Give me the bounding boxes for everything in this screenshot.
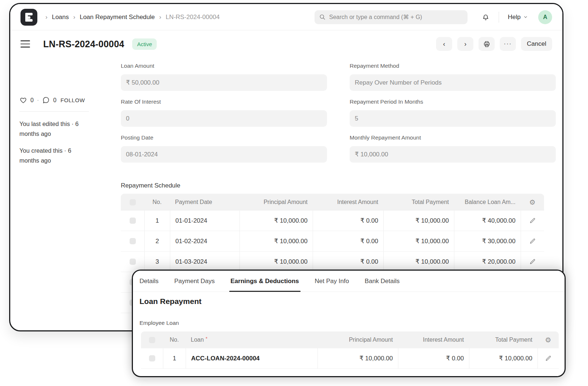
header-actions: ‹ › ··· Cancel <box>436 37 552 51</box>
table-row[interactable]: 2 01-02-2024 ₹ 10,000.00 ₹ 0.00 ₹ 10,000… <box>121 231 544 252</box>
menu-icon[interactable] <box>21 40 31 48</box>
notifications-button[interactable] <box>481 13 490 21</box>
field-rate-of-interest: Rate Of Interest 0 <box>121 99 327 127</box>
tab-bank-details[interactable]: Bank Details <box>365 271 399 292</box>
balance-cell[interactable]: ₹ 40,000.00 <box>454 211 521 231</box>
table-row[interactable]: 1 ACC-LOAN-2024-00004 ₹ 10,000.00 ₹ 0.00… <box>141 348 559 369</box>
interest-cell[interactable]: ₹ 0.00 <box>313 231 383 251</box>
avatar-initial: A <box>543 14 547 21</box>
principal-cell[interactable]: ₹ 10,000.00 <box>239 211 313 231</box>
balance-cell[interactable]: ₹ 20,000.00 <box>454 252 521 272</box>
tab-earnings-deductions[interactable]: Earnings & Deductions <box>231 271 299 292</box>
principal-cell[interactable]: ₹ 10,000.00 <box>239 231 313 251</box>
edit-row-icon[interactable] <box>521 211 544 231</box>
interest-cell[interactable]: ₹ 0.00 <box>398 348 469 368</box>
loan-form: Loan Amount ₹ 50,000.00 Rate Of Interest… <box>121 63 557 170</box>
created-note: You created this · 6 months ago <box>19 146 91 165</box>
field-label: Repayment Period In Months <box>350 99 556 107</box>
status-badge: Active <box>132 38 157 50</box>
row-no: 1 <box>144 211 170 231</box>
column-interest-amount: Interest Amount <box>313 194 383 211</box>
select-all-checkbox[interactable] <box>130 199 136 205</box>
avatar[interactable]: A <box>538 10 552 24</box>
row-checkbox[interactable] <box>149 355 155 361</box>
table-settings-icon[interactable]: ⚙ <box>537 331 559 348</box>
sidebar-divider <box>19 111 89 112</box>
form-column-right: Repayment Method Repay Over Number of Pe… <box>350 63 556 170</box>
breadcrumb: › Loans › Loan Repayment Schedule › LN-R… <box>45 14 220 21</box>
field-repayment-period: Repayment Period In Months 5 <box>350 99 556 127</box>
search-input[interactable] <box>329 14 463 21</box>
cancel-button[interactable]: Cancel <box>521 37 552 51</box>
repayment-period-input[interactable]: 5 <box>350 110 556 127</box>
edit-row-icon[interactable] <box>521 231 544 251</box>
prev-record-button[interactable]: ‹ <box>436 37 452 51</box>
monthly-repayment-amount-input[interactable]: ₹ 10,000.00 <box>350 146 556 163</box>
edit-row-icon[interactable] <box>537 348 559 368</box>
interest-cell[interactable]: ₹ 0.00 <box>313 252 383 272</box>
total-cell[interactable]: ₹ 10,000.00 <box>469 348 537 368</box>
chevron-down-icon <box>523 15 528 19</box>
balance-cell[interactable]: ₹ 30,000.00 <box>454 231 521 251</box>
search-icon <box>319 14 326 21</box>
field-posting-date: Posting Date 08-01-2024 <box>121 134 327 163</box>
breadcrumb-item-loans[interactable]: Loans <box>52 14 69 21</box>
field-repayment-method: Repayment Method Repay Over Number of Pe… <box>350 63 556 91</box>
global-search[interactable] <box>315 10 468 24</box>
payment-date-cell[interactable]: 01-02-2024 <box>170 231 239 251</box>
field-label: Posting Date <box>121 134 327 142</box>
more-options-button[interactable]: ··· <box>500 37 516 51</box>
breadcrumb-item-loan-repayment-schedule[interactable]: Loan Repayment Schedule <box>80 14 155 21</box>
row-no: 1 <box>163 348 186 368</box>
row-checkbox[interactable] <box>130 238 136 244</box>
form-column-left: Loan Amount ₹ 50,000.00 Rate Of Interest… <box>121 63 327 170</box>
field-monthly-repayment-amount: Monthly Repayment Amount ₹ 10,000.00 <box>350 134 556 163</box>
payment-date-cell[interactable]: 01-03-2024 <box>170 252 239 272</box>
help-menu[interactable]: Help <box>508 14 528 21</box>
app-logo-icon[interactable] <box>21 9 37 26</box>
heart-icon[interactable] <box>19 96 27 104</box>
repayment-method-input[interactable]: Repay Over Number of Periods <box>350 74 556 91</box>
page-header: LN-RS-2024-00004 Active ‹ › ··· Cancel <box>21 36 552 52</box>
employee-loan-label: Employee Loan <box>139 320 179 326</box>
row-checkbox[interactable] <box>130 259 136 265</box>
employee-loan-table: No. Loan * Principal Amount Interest Amo… <box>141 331 559 369</box>
column-loan-label: Loan <box>191 337 204 343</box>
comment-icon[interactable] <box>42 96 50 104</box>
navbar-divider <box>499 12 499 23</box>
breadcrumb-separator: › <box>45 14 48 21</box>
document-sidebar: 0 · 0 FOLLOW You last edited this · 6 mo… <box>19 96 97 166</box>
follow-button[interactable]: FOLLOW <box>60 97 85 103</box>
row-checkbox[interactable] <box>130 218 136 224</box>
total-cell[interactable]: ₹ 10,000.00 <box>383 252 454 272</box>
total-cell[interactable]: ₹ 10,000.00 <box>383 211 454 231</box>
total-cell[interactable]: ₹ 10,000.00 <box>383 231 454 251</box>
select-all-checkbox[interactable] <box>149 337 155 343</box>
principal-cell[interactable]: ₹ 10,000.00 <box>317 348 398 368</box>
payment-date-cell[interactable]: 01-01-2024 <box>170 211 239 231</box>
table-settings-icon[interactable]: ⚙ <box>521 194 544 211</box>
print-button[interactable] <box>479 37 495 51</box>
table-row[interactable]: 1 01-01-2024 ₹ 10,000.00 ₹ 0.00 ₹ 10,000… <box>121 211 544 231</box>
top-navbar: › Loans › Loan Repayment Schedule › LN-R… <box>10 4 562 30</box>
column-no: No. <box>163 331 186 348</box>
next-record-button[interactable]: › <box>457 37 473 51</box>
edit-row-icon[interactable] <box>521 252 544 272</box>
interest-cell[interactable]: ₹ 0.00 <box>313 211 383 231</box>
tab-payment-days[interactable]: Payment Days <box>174 271 215 292</box>
loan-amount-input[interactable]: ₹ 50,000.00 <box>121 74 327 91</box>
table-row[interactable]: 3 01-03-2024 ₹ 10,000.00 ₹ 0.00 ₹ 10,000… <box>121 252 544 272</box>
principal-cell[interactable]: ₹ 10,000.00 <box>239 252 313 272</box>
column-total-payment: Total Payment <box>469 331 537 348</box>
salary-slip-panel: Details Payment Days Earnings & Deductio… <box>132 270 566 377</box>
field-loan-amount: Loan Amount ₹ 50,000.00 <box>121 63 327 91</box>
rate-of-interest-input[interactable]: 0 <box>121 110 327 127</box>
posting-date-input[interactable]: 08-01-2024 <box>121 146 327 163</box>
likes-count: 0 <box>30 97 34 104</box>
tab-details[interactable]: Details <box>139 271 159 292</box>
tab-net-pay-info[interactable]: Net Pay Info <box>315 271 349 292</box>
last-edited-note: You last edited this · 6 months ago <box>19 119 91 138</box>
loan-link[interactable]: ACC-LOAN-2024-00004 <box>186 348 317 368</box>
breadcrumb-separator: › <box>159 14 161 21</box>
column-total-payment: Total Payment <box>383 194 454 211</box>
